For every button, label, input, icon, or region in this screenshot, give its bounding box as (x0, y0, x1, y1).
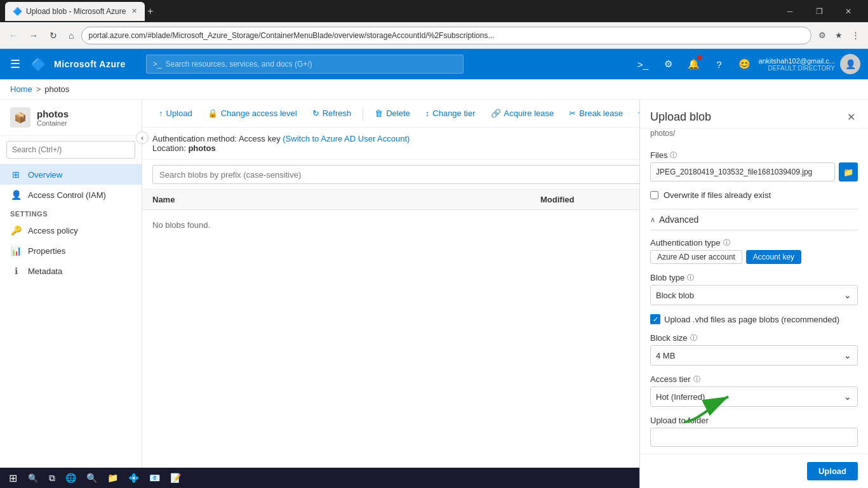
start-button[interactable]: ⊞ (5, 471, 21, 485)
auth-option-key[interactable]: Account key (746, 250, 801, 264)
delete-button[interactable]: 🗑 Delete (368, 105, 417, 121)
blob-type-select[interactable]: Block blob Page blob Append blob (650, 285, 858, 305)
change-access-label: Change access level (221, 109, 297, 118)
hamburger-menu[interactable]: ☰ (8, 55, 23, 74)
breadcrumb-home[interactable]: Home (10, 84, 32, 94)
header-icons: >_ ⚙ 🔔 ? 😊 ankitshah102@gmail.c... DEFAU… (631, 53, 860, 76)
overwrite-checkbox[interactable] (650, 191, 658, 199)
change-tier-button[interactable]: ↕ Change tier (419, 105, 482, 121)
resource-info: photos Container (37, 109, 69, 127)
taskbar-mail-icon[interactable]: 📧 (145, 472, 164, 484)
blob-type-select-wrapper: Block blob Page blob Append blob (650, 285, 858, 305)
auth-type-info-icon: ⓘ (723, 238, 730, 247)
break-lease-label: Break lease (579, 109, 623, 118)
auth-method-value: Access key (239, 134, 281, 143)
overview-icon: ⊞ (10, 169, 22, 180)
feedback-icon[interactable]: 😊 (733, 53, 756, 76)
block-size-select-wrapper: 4 MB 8 MB 16 MB 32 MB 64 MB 100 MB (650, 345, 858, 366)
azure-logo: Microsoft Azure (54, 59, 126, 69)
properties-icon: 📊 (10, 246, 22, 256)
help-icon[interactable]: ? (707, 53, 730, 76)
vhd-group: Upload .vhd files as page blobs (recomme… (650, 314, 858, 324)
sidebar-item-overview[interactable]: ⊞ Overview (0, 164, 142, 185)
minimize-button[interactable]: ─ (775, 0, 805, 22)
auth-method-label: Authentication method: (152, 134, 237, 143)
file-input-display[interactable]: JPEG_20180419_103532_file1681039409.jpg (650, 162, 835, 181)
refresh-toolbar-button[interactable]: ↻ Refresh (306, 105, 358, 121)
change-tier-icon: ↕ (425, 109, 430, 118)
taskbar-search-button[interactable]: 🔍 (23, 470, 43, 485)
empty-message: No blobs found. (152, 220, 210, 230)
home-button[interactable]: ⌂ (65, 28, 77, 43)
tab-bar: 🔷 Upload blob - Microsoft Azure ✕ + (5, 0, 153, 22)
acquire-lease-button[interactable]: 🔗 Acquire lease (484, 105, 561, 121)
change-access-level-button[interactable]: 🔒 Change access level (201, 105, 304, 121)
block-size-label: Block size ⓘ (650, 333, 858, 343)
taskbar-explorer-icon[interactable]: 📁 (103, 472, 122, 484)
auth-option-ad[interactable]: Azure AD user account (650, 250, 742, 264)
overwrite-group: Overwrite if files already exist (650, 190, 858, 200)
back-button[interactable]: ← (5, 28, 22, 43)
notifications-icon[interactable]: 🔔 (682, 53, 705, 76)
vhd-checkbox[interactable] (650, 314, 660, 324)
vhd-row: Upload .vhd files as page blobs (recomme… (650, 314, 858, 324)
block-size-group: Block size ⓘ 4 MB 8 MB 16 MB 32 MB 64 MB… (650, 333, 858, 366)
forward-button[interactable]: → (25, 28, 42, 43)
advanced-section-toggle[interactable]: ∧ Advanced (650, 209, 858, 230)
break-lease-button[interactable]: ✂ Break lease (563, 105, 629, 121)
sidebar-item-metadata[interactable]: ℹ Metadata (0, 261, 142, 281)
panel-title: Upload blob (650, 110, 711, 124)
access-control-label: Access Control (IAM) (28, 190, 106, 200)
upload-submit-button[interactable]: Upload (807, 462, 858, 480)
access-policy-label: Access policy (28, 226, 78, 235)
active-tab[interactable]: 🔷 Upload blob - Microsoft Azure ✕ (5, 2, 145, 21)
file-browse-button[interactable]: 📁 (839, 162, 858, 181)
sidebar-item-properties[interactable]: 📊 Properties (0, 241, 142, 261)
acquire-lease-label: Acquire lease (504, 109, 554, 118)
search-icon: >_ (153, 60, 162, 69)
refresh-button[interactable]: ↻ (46, 28, 61, 43)
sidebar-item-access-control[interactable]: 👤 Access Control (IAM) (0, 185, 142, 205)
maximize-button[interactable]: ❐ (805, 0, 834, 22)
sidebar-search-input[interactable] (6, 141, 135, 159)
extensions-icon[interactable]: ⚙ (815, 29, 829, 42)
sidebar-search-container (0, 136, 142, 164)
user-avatar[interactable]: 👤 (840, 54, 860, 74)
panel-footer: Upload (640, 454, 868, 488)
new-tab-button[interactable]: + (147, 6, 153, 17)
access-tier-label: Access tier ⓘ (650, 374, 858, 384)
taskbar-word-icon[interactable]: 📝 (166, 472, 185, 484)
blob-type-group: Blob type ⓘ Block blob Page blob Append … (650, 273, 858, 305)
files-info-icon: ⓘ (670, 150, 677, 160)
switch-auth-link[interactable]: (Switch to Azure AD User Account) (283, 134, 410, 143)
taskbar-search-app-icon[interactable]: 🔍 (83, 472, 101, 484)
auth-type-options: Azure AD user account Account key (650, 250, 858, 264)
upload-button[interactable]: ↑ Upload (152, 105, 199, 121)
cloud-shell-icon[interactable]: >_ (631, 53, 654, 76)
auth-type-label: Authentication type ⓘ (650, 238, 858, 247)
task-view-button[interactable]: ⧉ (45, 472, 59, 485)
delete-icon: 🗑 (375, 109, 383, 118)
bookmark-icon[interactable]: ★ (832, 29, 846, 42)
tab-favicon: 🔷 (13, 7, 22, 16)
url-text: portal.azure.com/#blade/Microsoft_Azure_… (88, 31, 494, 40)
taskbar-store-icon[interactable]: 💠 (124, 472, 143, 484)
file-input-row: JPEG_20180419_103532_file1681039409.jpg … (650, 162, 858, 181)
url-bar[interactable]: portal.azure.com/#blade/Microsoft_Azure_… (81, 27, 811, 44)
sidebar-collapse-button[interactable]: ‹ (136, 131, 149, 144)
settings-section-label: Settings (0, 205, 142, 220)
metadata-label: Metadata (28, 267, 62, 276)
panel-close-button[interactable]: ✕ (845, 109, 858, 126)
block-size-select[interactable]: 4 MB 8 MB 16 MB 32 MB 64 MB 100 MB (650, 345, 858, 366)
sidebar-item-access-policy[interactable]: 🔑 Access policy (0, 220, 142, 241)
blob-type-info-icon: ⓘ (687, 273, 694, 282)
close-button[interactable]: ✕ (834, 0, 863, 22)
tab-close-button[interactable]: ✕ (131, 7, 137, 15)
more-icon[interactable]: ⋮ (848, 29, 863, 42)
global-search[interactable]: >_ Search resources, services, and docs … (146, 55, 464, 74)
file-name-text: JPEG_20180419_103532_file1681039409.jpg (656, 168, 812, 176)
portal-settings-icon[interactable]: ⚙ (657, 53, 679, 76)
taskbar-edge-icon[interactable]: 🌐 (62, 472, 80, 484)
panel-body: Files ⓘ JPEG_20180419_103532_file1681039… (640, 143, 868, 454)
change-access-icon: 🔒 (208, 109, 218, 118)
